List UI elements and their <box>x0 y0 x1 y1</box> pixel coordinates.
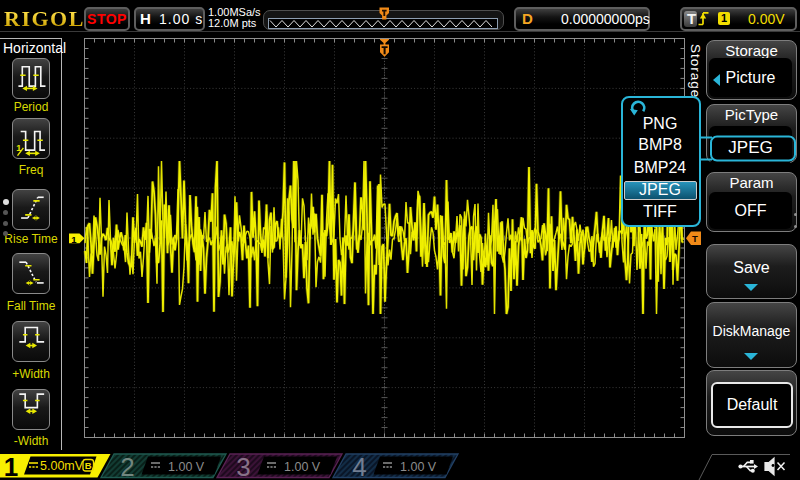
svg-text:3: 3 <box>236 452 250 480</box>
svg-text:1.00 V: 1.00 V <box>284 460 321 474</box>
svg-text:5.00mV: 5.00mV <box>40 459 84 473</box>
svg-text:B: B <box>85 460 92 471</box>
svg-text:1.00 V: 1.00 V <box>168 460 205 474</box>
svg-text:2: 2 <box>120 452 134 480</box>
svg-text:1: 1 <box>4 452 18 480</box>
svg-text:T: T <box>692 233 698 244</box>
svg-text:1.00 V: 1.00 V <box>400 460 437 474</box>
svg-text:1: 1 <box>71 234 77 245</box>
svg-text:4: 4 <box>352 452 366 480</box>
